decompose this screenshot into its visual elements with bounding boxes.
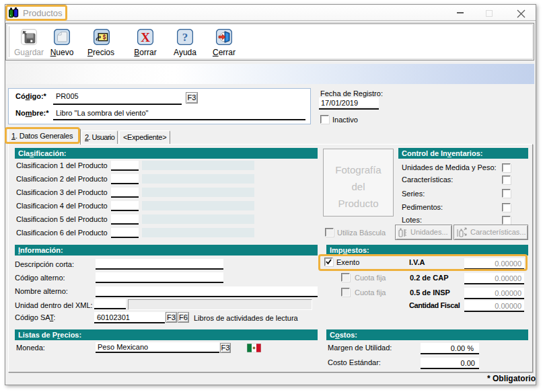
svg-text:$: $ (103, 34, 106, 40)
svg-text:?: ? (182, 31, 188, 44)
svg-text:X: X (141, 30, 150, 44)
